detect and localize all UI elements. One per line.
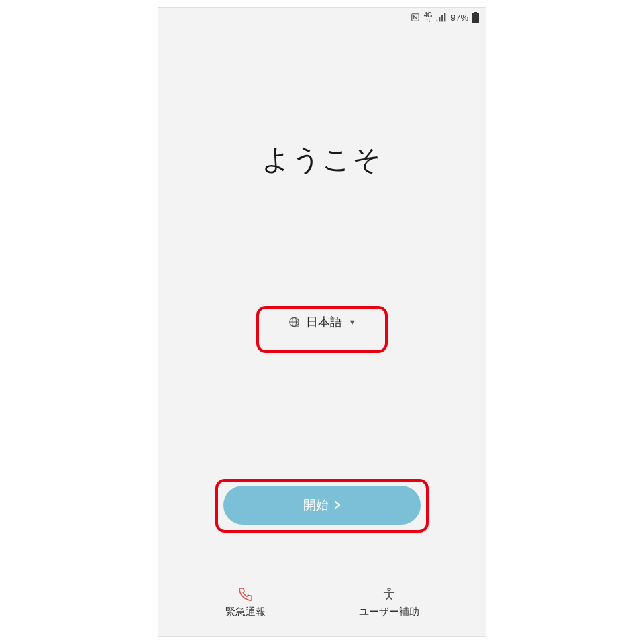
svg-rect-5 [474,12,477,13]
start-button-label: 開始 [303,496,329,514]
start-button[interactable]: 開始 [223,486,421,525]
emergency-call-button[interactable]: 緊急通報 [225,587,266,619]
chevron-right-icon [334,500,341,510]
battery-icon [472,12,479,23]
status-bar: 4G ↑↓ 97% [158,8,486,27]
svg-rect-4 [444,13,445,22]
accessibility-icon [382,587,396,602]
bottom-actions: 緊急通報 ユーザー補助 [158,587,486,619]
language-selector[interactable]: A 日本語 ▼ [288,314,356,330]
signal-icon [436,13,447,22]
accessibility-label: ユーザー補助 [359,606,419,619]
emergency-label: 緊急通報 [225,606,266,619]
battery-percentage: 97% [451,13,468,23]
network-type: 4G ↑↓ [424,13,432,23]
svg-rect-1 [436,19,437,21]
svg-rect-6 [472,13,479,23]
svg-rect-3 [441,15,443,22]
nfc-icon [411,13,420,22]
dropdown-triangle-icon: ▼ [349,318,356,326]
accessibility-button[interactable]: ユーザー補助 [359,587,419,619]
svg-rect-2 [439,17,440,21]
phone-icon [238,587,253,602]
svg-point-11 [388,588,390,591]
welcome-title: ようこそ [158,141,486,178]
svg-text:A: A [297,324,299,328]
phone-screen: 4G ↑↓ 97% ようこそ A [158,7,486,637]
globe-icon: A [288,316,301,328]
language-label: 日本語 [306,314,342,330]
